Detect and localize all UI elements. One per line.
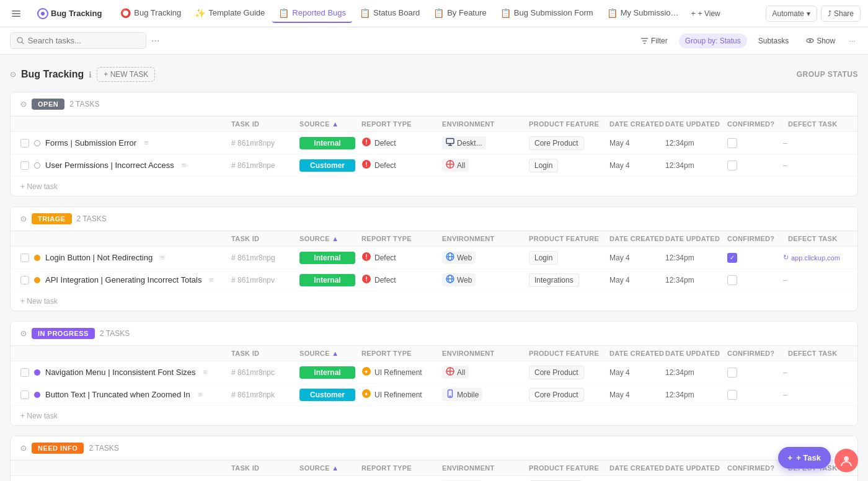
task-select-checkbox[interactable]: [20, 161, 29, 170]
table-row: Forms | Submission Error ≡ # 861mr8npy I…: [11, 132, 857, 154]
task-select-checkbox[interactable]: [20, 391, 29, 399]
main-content: ⊙ Bug Tracking ℹ + NEW TASK Group Status…: [0, 55, 868, 481]
new-task-button[interactable]: + NEW TASK: [97, 67, 155, 82]
task-status-dot: [34, 162, 40, 169]
feature-badge: Login: [529, 159, 558, 172]
group-collapse-need-info[interactable]: ⊙: [20, 444, 27, 452]
env-label: Mobile: [457, 391, 479, 399]
user-avatar[interactable]: [835, 449, 858, 472]
date-updated-cell: 12:34pm: [665, 276, 727, 285]
task-select-checkbox[interactable]: [20, 368, 29, 377]
search-input[interactable]: [28, 36, 140, 45]
add-new-task-button[interactable]: + New task: [20, 182, 58, 191]
product-feature-cell: Core Product: [529, 138, 609, 148]
product-feature-cell: Core Product: [529, 368, 609, 377]
env-icon: [446, 389, 454, 400]
svg-text:✦: ✦: [364, 391, 369, 397]
more-options-button[interactable]: ···: [846, 33, 858, 48]
share-button[interactable]: ⤴ Share: [821, 6, 861, 22]
col-source: SOURCE ▲: [299, 235, 361, 242]
info-icon[interactable]: ℹ: [89, 70, 92, 79]
col-confirmed: CONFIRMED?: [727, 350, 783, 357]
tab-bug-tracking[interactable]: ⭕ Bug Tracking: [114, 4, 187, 23]
task-name-cell: Login Button | Not Redirecting ≡: [20, 253, 231, 262]
source-cell: Customer: [299, 159, 361, 172]
environment-badge: Web: [442, 251, 476, 264]
col-date-updated: DATE UPDATED: [665, 464, 727, 472]
automate-button[interactable]: Automate ▾: [766, 6, 817, 22]
add-new-task-button[interactable]: + New task: [20, 297, 58, 306]
date-created-cell: May 4: [609, 161, 665, 170]
status-badge-in-progress: IN PROGRESS: [32, 328, 95, 339]
search-more-button[interactable]: ···: [151, 35, 159, 46]
confirmed-checkbox[interactable]: [727, 368, 737, 377]
svg-rect-0: [12, 11, 20, 12]
col-date-updated: DATE UPDATED: [665, 350, 727, 357]
col-report-type: REPORT TYPE: [361, 464, 442, 472]
feature-badge: Core Product: [529, 136, 584, 150]
task-select-checkbox[interactable]: [20, 276, 29, 285]
tab-reported-bugs[interactable]: 📋 Reported Bugs: [272, 4, 352, 23]
svg-point-44: [844, 456, 849, 461]
filter-button[interactable]: Filter: [634, 33, 674, 48]
confirmed-checkbox[interactable]: [727, 390, 737, 400]
confirmed-checkbox[interactable]: [727, 161, 737, 170]
subtasks-button[interactable]: Subtasks: [752, 33, 795, 48]
task-id: # 861mr8npk: [231, 391, 299, 399]
confirmed-checkbox[interactable]: [727, 138, 737, 148]
environment-cell: All: [442, 366, 529, 379]
date-created-cell: May 4: [609, 368, 665, 377]
add-new-task-button[interactable]: + New task: [20, 412, 58, 420]
eye-icon: [806, 37, 814, 45]
tab-by-feature[interactable]: 📋 By Feature: [427, 4, 493, 23]
task-menu-icon[interactable]: ≡: [182, 161, 187, 170]
table-row: Login Button | Not Redirecting ≡ # 861mr…: [11, 247, 857, 269]
source-cell: Internal: [299, 252, 361, 264]
search-wrap[interactable]: [10, 32, 146, 49]
task-menu-icon[interactable]: ≡: [209, 275, 214, 285]
tab-my-submission[interactable]: 📋 My Submissio…: [601, 4, 685, 23]
nav-tabs: ⭕ Bug Tracking ✨ Template Guide 📋 Report…: [114, 4, 763, 23]
task-menu-icon[interactable]: ≡: [198, 390, 203, 399]
col-product-feature: PRODUCT FEATURE: [529, 120, 609, 128]
tab-bug-submission[interactable]: 📋 Bug Submission Form: [494, 4, 600, 23]
show-button[interactable]: Show: [800, 33, 841, 48]
task-name[interactable]: Navigation Menu | Inconsistent Font Size…: [45, 368, 196, 377]
group-collapse-triage[interactable]: ⊙: [20, 214, 27, 223]
task-select-checkbox[interactable]: [20, 139, 29, 148]
group-collapse-in-progress[interactable]: ⊙: [20, 329, 27, 338]
report-type-icon: ✦: [361, 389, 371, 400]
group-collapse-open[interactable]: ⊙: [20, 100, 27, 108]
task-menu-icon[interactable]: ≡: [144, 138, 149, 148]
task-name[interactable]: API Integration | Generating Incorrect T…: [45, 275, 202, 285]
col-task-name: [20, 235, 231, 242]
new-task-row: + New task: [11, 291, 857, 311]
col-headers-open: TASK ID SOURCE ▲ REPORT TYPE ENVIRONMENT…: [11, 117, 857, 132]
environment-cell: Web: [442, 251, 529, 264]
env-icon: [446, 138, 454, 148]
col-headers-triage: TASK ID SOURCE ▲ REPORT TYPE ENVIRONMENT…: [11, 231, 857, 247]
page-collapse-icon[interactable]: ⊙: [10, 70, 16, 79]
task-menu-icon[interactable]: ≡: [203, 368, 208, 377]
add-view-button[interactable]: + + View: [686, 5, 725, 22]
task-name[interactable]: Login Button | Not Redirecting: [45, 253, 153, 262]
task-name[interactable]: Forms | Submission Error: [45, 138, 136, 148]
confirmed-checkbox[interactable]: ✓: [727, 253, 737, 263]
tab-template-guide[interactable]: ✨ Template Guide: [188, 4, 271, 23]
task-menu-icon[interactable]: ≡: [160, 253, 165, 262]
task-name[interactable]: Button Text | Truncated when Zoomed In: [45, 390, 190, 399]
tab-status-board[interactable]: 📋 Status Board: [353, 4, 426, 23]
confirmed-checkbox[interactable]: [727, 275, 737, 285]
group-by-button[interactable]: Group by: Status: [679, 33, 747, 48]
col-confirmed: CONFIRMED?: [727, 464, 783, 472]
sidebar-toggle[interactable]: [7, 5, 25, 22]
date-created-cell: May 4: [609, 391, 665, 399]
top-nav: Bug Tracking ⭕ Bug Tracking ✨ Template G…: [0, 0, 868, 27]
task-select-checkbox[interactable]: [20, 254, 29, 262]
col-headers-in-progress: TASK ID SOURCE ▲ REPORT TYPE ENVIRONMENT…: [11, 346, 857, 361]
env-icon: [446, 275, 454, 285]
task-name[interactable]: User Permissions | Incorrect Access: [45, 161, 174, 170]
add-task-fab[interactable]: + + Task: [778, 447, 831, 469]
environment-badge: Web: [442, 273, 476, 286]
group-header-in-progress: ⊙ IN PROGRESS 2 TASKS: [11, 322, 857, 346]
